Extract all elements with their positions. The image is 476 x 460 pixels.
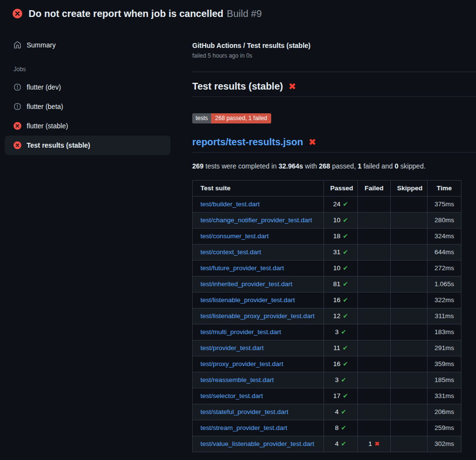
skipped-cell xyxy=(391,372,428,388)
table-row: test/builder_test.dart24✔375ms xyxy=(193,196,461,212)
pass-check-icon: ✔ xyxy=(341,424,346,431)
passed-cell: 16✔ xyxy=(324,356,358,372)
failed-cell xyxy=(358,308,391,324)
table-row: test/multi_provider_test.dart3✔183ms xyxy=(193,324,461,340)
time-cell: 302ms xyxy=(428,436,461,452)
sidebar-item-test-results-stable[interactable]: Test results (stable) xyxy=(5,136,170,155)
suite-link[interactable]: test/context_test.dart xyxy=(200,248,261,256)
page-header: Do not create report when job is cancell… xyxy=(0,0,476,27)
pass-check-icon: ✔ xyxy=(343,312,348,320)
passed-cell: 3✔ xyxy=(324,372,358,388)
failed-cell xyxy=(358,404,391,420)
passed-cell: 18✔ xyxy=(324,228,358,244)
passed-cell: 10✔ xyxy=(324,212,358,228)
pass-check-icon: ✔ xyxy=(343,232,348,240)
fail-x-icon: ✖ xyxy=(308,138,316,147)
run-status-text: failed 5 hours ago in 0s xyxy=(192,52,476,59)
time-cell: 185ms xyxy=(428,372,461,388)
section-title-text: Test results (stable) xyxy=(192,81,283,92)
table-row: test/listenable_provider_test.dart16✔322… xyxy=(193,292,461,308)
sidebar-item-flutter-beta[interactable]: flutter (beta) xyxy=(5,97,170,116)
suite-cell: test/proxy_provider_test.dart xyxy=(193,356,324,372)
suite-link[interactable]: test/change_notifier_provider_test.dart xyxy=(200,216,312,224)
suite-link[interactable]: test/proxy_provider_test.dart xyxy=(200,360,283,368)
suite-cell: test/stateful_provider_test.dart xyxy=(193,404,324,420)
time-cell: 644ms xyxy=(428,244,461,260)
skipped-cell xyxy=(391,292,428,308)
fail-x-icon: ✖ xyxy=(374,440,380,447)
jobs-section-label: Jobs xyxy=(0,66,175,73)
passed-cell: 12✔ xyxy=(324,308,358,324)
skipped-cell xyxy=(391,356,428,372)
main-panel: GitHub Actions / Test results (stable) f… xyxy=(192,42,476,452)
suite-link[interactable]: test/listenable_proxy_provider_test.dart xyxy=(200,312,315,320)
job-label: flutter (stable) xyxy=(27,122,68,130)
skipped-cell xyxy=(391,340,428,356)
suite-cell: test/builder_test.dart xyxy=(193,196,324,212)
skipped-cell xyxy=(391,244,428,260)
table-row: test/stream_provider_test.dart8✔259ms xyxy=(193,420,461,436)
suite-cell: test/value_listenable_provider_test.dart xyxy=(193,436,324,452)
passed-cell: 10✔ xyxy=(324,260,358,276)
job-label: Test results (stable) xyxy=(27,141,90,149)
section-title: Test results (stable) ✖ xyxy=(192,81,476,97)
failed-cell xyxy=(358,372,391,388)
suite-link[interactable]: test/stateful_provider_test.dart xyxy=(200,408,289,415)
suite-link[interactable]: test/selector_test.dart xyxy=(200,392,263,399)
stop-icon xyxy=(14,83,21,91)
skipped-cell xyxy=(391,436,428,452)
suite-cell: test/consumer_test.dart xyxy=(193,228,324,244)
suite-link[interactable]: test/stream_provider_test.dart xyxy=(200,424,287,431)
time-cell: 1.065s xyxy=(428,276,461,292)
table-row: test/proxy_provider_test.dart16✔359ms xyxy=(193,356,461,372)
suite-link[interactable]: test/listenable_provider_test.dart xyxy=(200,296,295,304)
table-row: test/reassemble_test.dart3✔185ms xyxy=(193,372,461,388)
page-title: Do not create report when job is cancell… xyxy=(29,8,262,19)
pass-check-icon: ✔ xyxy=(343,344,348,352)
pass-check-icon: ✔ xyxy=(343,360,348,368)
column-header-failed: Failed xyxy=(358,180,391,196)
breadcrumb: GitHub Actions / Test results (stable) xyxy=(192,42,476,49)
pass-check-icon: ✔ xyxy=(343,264,348,272)
table-row: test/selector_test.dart17✔331ms xyxy=(193,388,461,404)
report-link[interactable]: reports/test-results.json xyxy=(192,137,303,148)
sidebar-item-summary[interactable]: Summary xyxy=(0,36,175,54)
suite-cell: test/selector_test.dart xyxy=(193,388,324,404)
failed-cell xyxy=(358,228,391,244)
failed-cell xyxy=(358,196,391,212)
build-number: Build #9 xyxy=(227,8,261,19)
table-row: test/value_listenable_provider_test.dart… xyxy=(193,436,461,452)
pass-check-icon: ✔ xyxy=(341,328,346,336)
passed-cell: 4✔ xyxy=(324,404,358,420)
column-header-test-suite: Test suite xyxy=(193,180,324,196)
skipped-cell xyxy=(391,260,428,276)
suite-link[interactable]: test/value_listenable_provider_test.dart xyxy=(200,440,314,447)
table-row: test/future_provider_test.dart10✔272ms xyxy=(193,260,461,276)
skipped-cell xyxy=(391,308,428,324)
sidebar-item-flutter-dev[interactable]: flutter (dev) xyxy=(5,77,170,97)
summary-text: 269 tests were completed in 32.964s with… xyxy=(192,162,476,170)
passed-cell: 81✔ xyxy=(324,276,358,292)
suite-link[interactable]: test/provider_test.dart xyxy=(200,344,264,352)
suite-cell: test/future_provider_test.dart xyxy=(193,260,324,276)
passed-cell: 16✔ xyxy=(324,292,358,308)
pass-check-icon: ✔ xyxy=(341,440,346,447)
suite-link[interactable]: test/builder_test.dart xyxy=(200,200,260,208)
pass-check-icon: ✔ xyxy=(343,392,348,399)
suite-link[interactable]: test/reassemble_test.dart xyxy=(200,376,274,383)
failed-cell xyxy=(358,212,391,228)
suite-link[interactable]: test/inherited_provider_test.dart xyxy=(200,280,292,288)
failed-cell xyxy=(358,356,391,372)
pass-check-icon: ✔ xyxy=(341,408,346,415)
suite-link[interactable]: test/multi_provider_test.dart xyxy=(200,328,281,336)
suite-link[interactable]: test/future_provider_test.dart xyxy=(200,264,284,272)
suite-link[interactable]: test/consumer_test.dart xyxy=(200,232,269,240)
skipped-cell xyxy=(391,276,428,292)
badge-value: 268 passed, 1 failed xyxy=(211,113,271,123)
pass-check-icon: ✔ xyxy=(343,200,348,208)
time-cell: 183ms xyxy=(428,324,461,340)
suite-cell: test/change_notifier_provider_test.dart xyxy=(193,212,324,228)
sidebar-item-flutter-stable[interactable]: flutter (stable) xyxy=(5,116,170,136)
column-header-passed: Passed xyxy=(324,180,358,196)
failed-cell xyxy=(358,340,391,356)
